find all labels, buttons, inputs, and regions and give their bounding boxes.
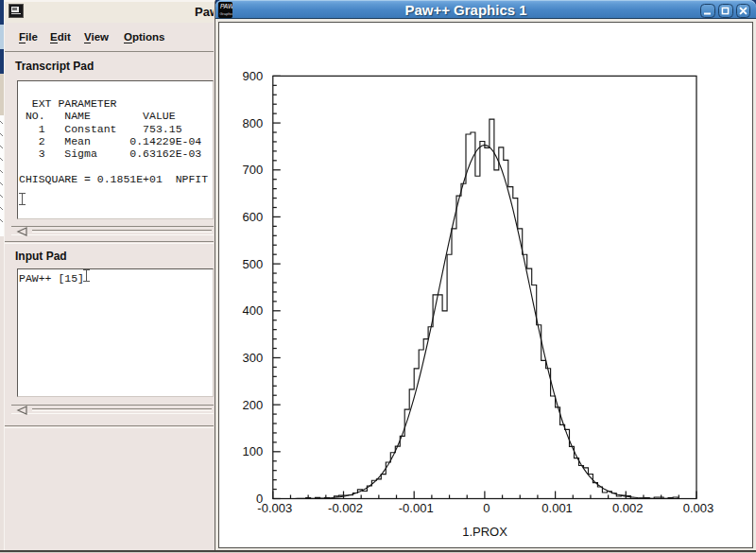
svg-text:-0.001: -0.001 <box>399 501 434 515</box>
svg-text:200: 200 <box>243 398 264 412</box>
svg-text:0.003: 0.003 <box>683 501 714 515</box>
svg-text:300: 300 <box>243 351 264 365</box>
svg-text:500: 500 <box>243 257 264 271</box>
svg-text:800: 800 <box>243 116 264 130</box>
svg-text:0.001: 0.001 <box>541 501 573 515</box>
svg-text:-0.002: -0.002 <box>328 501 363 515</box>
svg-text:700: 700 <box>243 163 264 177</box>
svg-text:400: 400 <box>243 303 264 318</box>
svg-text:-0.003: -0.003 <box>257 501 292 515</box>
svg-text:600: 600 <box>243 210 264 224</box>
svg-text:0: 0 <box>483 501 490 515</box>
svg-text:1.PROX: 1.PROX <box>462 525 507 539</box>
svg-text:900: 900 <box>243 69 264 83</box>
svg-text:100: 100 <box>243 444 264 458</box>
svg-text:0.002: 0.002 <box>612 501 644 515</box>
